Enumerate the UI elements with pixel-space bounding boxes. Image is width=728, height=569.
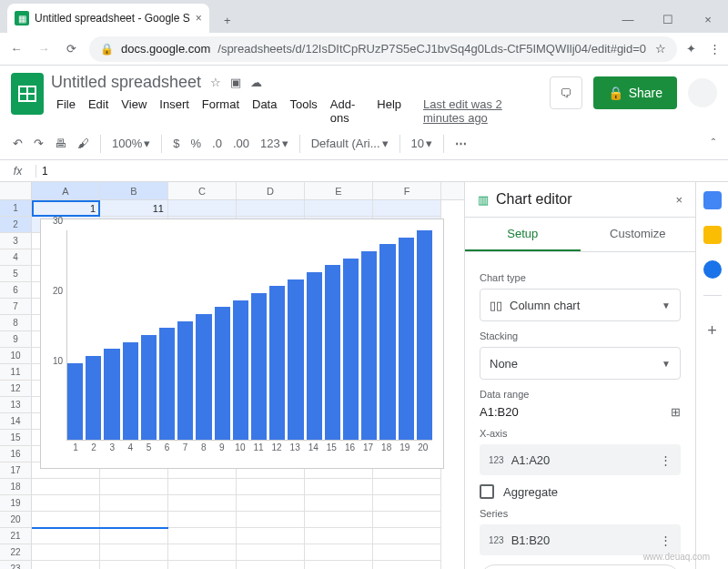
cell[interactable] <box>305 479 373 495</box>
cell[interactable] <box>237 561 305 569</box>
cell[interactable] <box>32 512 100 528</box>
new-tab-button[interactable]: + <box>215 7 240 33</box>
cell[interactable]: 1 <box>32 200 100 217</box>
cell[interactable] <box>168 200 237 217</box>
embedded-chart[interactable]: 102030 1234567891011121314151617181920 <box>40 218 444 469</box>
cell[interactable] <box>100 544 168 561</box>
tab-setup[interactable]: Setup <box>465 218 581 251</box>
decimal-dec-icon[interactable]: .0 <box>208 133 226 154</box>
number-format-select[interactable]: 123▾ <box>257 133 292 154</box>
menu-insert[interactable]: Insert <box>154 95 195 127</box>
cell[interactable] <box>305 495 373 512</box>
toolbar-more-icon[interactable]: ⋯ <box>451 133 472 154</box>
cell[interactable] <box>168 561 237 569</box>
menu-file[interactable]: File <box>51 95 81 127</box>
cloud-status-icon[interactable]: ☁ <box>250 76 262 89</box>
cell[interactable]: 11 <box>100 200 168 217</box>
cell[interactable] <box>168 512 237 528</box>
cell[interactable] <box>168 544 237 561</box>
percent-icon[interactable]: % <box>187 133 205 154</box>
row-header[interactable]: 1 <box>0 200 32 217</box>
redo-icon[interactable]: ↷ <box>30 133 47 154</box>
row-header[interactable]: 16 <box>0 446 32 462</box>
cell[interactable] <box>168 528 237 544</box>
cell[interactable] <box>32 544 100 561</box>
doc-title[interactable]: Untitled spreadsheet <box>51 73 201 92</box>
row-header[interactable]: 14 <box>0 413 32 430</box>
cell[interactable] <box>100 512 168 528</box>
select-all-corner[interactable] <box>0 182 32 199</box>
row-header[interactable]: 10 <box>0 348 32 364</box>
menu-format[interactable]: Format <box>197 95 245 127</box>
row-header[interactable]: 12 <box>0 381 32 397</box>
col-header-d[interactable]: D <box>237 182 305 199</box>
sheets-logo-icon[interactable] <box>11 73 44 115</box>
comments-button[interactable]: 🗨 <box>550 76 582 109</box>
select-range-icon[interactable]: ⊞ <box>671 405 681 419</box>
row-header[interactable]: 22 <box>0 544 32 561</box>
cell[interactable] <box>305 200 373 217</box>
cell[interactable] <box>32 479 100 495</box>
col-header-c[interactable]: C <box>168 182 237 199</box>
row-header[interactable]: 19 <box>0 495 32 512</box>
add-addon-icon[interactable]: + <box>707 321 717 340</box>
row-header[interactable]: 9 <box>0 331 32 348</box>
row-header[interactable]: 8 <box>0 315 32 331</box>
cell[interactable] <box>100 495 168 512</box>
fontsize-select[interactable]: 10 ▾ <box>408 133 436 154</box>
cell[interactable] <box>32 528 100 544</box>
back-icon[interactable]: ← <box>7 42 25 56</box>
cell[interactable] <box>237 495 305 512</box>
zoom-select[interactable]: 100% ▾ <box>108 133 154 154</box>
calendar-icon[interactable] <box>703 191 722 209</box>
menu-data[interactable]: Data <box>247 95 282 127</box>
maximize-icon[interactable]: ☐ <box>648 5 688 33</box>
browser-tab[interactable]: ▦ Untitled spreadsheet - Google S × <box>7 4 209 33</box>
star-icon[interactable]: ☆ <box>655 42 666 56</box>
cell[interactable] <box>237 512 305 528</box>
cell[interactable] <box>373 479 441 495</box>
row-header[interactable]: 11 <box>0 364 32 381</box>
minimize-icon[interactable]: — <box>608 5 648 33</box>
tasks-icon[interactable] <box>703 260 722 279</box>
extensions-icon[interactable]: ✦ <box>686 42 696 56</box>
share-button[interactable]: 🔒 Share <box>593 76 677 109</box>
close-window-icon[interactable]: × <box>688 5 728 33</box>
row-header[interactable]: 6 <box>0 282 32 299</box>
row-header[interactable]: 2 <box>0 217 32 233</box>
col-header-b[interactable]: B <box>100 182 168 199</box>
decimal-inc-icon[interactable]: .00 <box>229 133 253 154</box>
row-header[interactable]: 23 <box>0 561 32 569</box>
menu-addons[interactable]: Add-ons <box>325 95 369 127</box>
close-tab-icon[interactable]: × <box>196 12 202 25</box>
col-header-e[interactable]: E <box>305 182 373 199</box>
cell[interactable] <box>373 561 441 569</box>
cell[interactable] <box>305 528 373 544</box>
close-editor-icon[interactable]: × <box>675 193 682 207</box>
row-header[interactable]: 7 <box>0 299 32 315</box>
reload-icon[interactable]: ⟳ <box>62 42 80 56</box>
cell[interactable] <box>100 528 168 544</box>
cell[interactable] <box>305 544 373 561</box>
paint-format-icon[interactable]: 🖌 <box>74 133 93 154</box>
col-header-a[interactable]: A <box>32 182 100 199</box>
cell[interactable] <box>237 200 305 217</box>
move-icon[interactable]: ▣ <box>230 76 241 89</box>
cell[interactable] <box>32 561 100 569</box>
xaxis-chip[interactable]: 123 A1:A20 ⋮ <box>480 444 681 475</box>
row-header[interactable]: 3 <box>0 233 32 249</box>
menu-view[interactable]: View <box>116 95 152 127</box>
cell[interactable] <box>100 561 168 569</box>
xaxis-menu-icon[interactable]: ⋮ <box>660 453 672 467</box>
spreadsheet-grid[interactable]: A B C D E F 1111221234567891011121314151… <box>0 182 464 569</box>
last-edit-link[interactable]: Last edit was 2 minutes ago <box>418 95 542 127</box>
account-avatar[interactable] <box>688 78 717 107</box>
cell[interactable] <box>168 479 237 495</box>
data-range-value[interactable]: A1:B20 <box>480 405 663 419</box>
col-header-f[interactable]: F <box>373 182 441 199</box>
keep-icon[interactable] <box>703 226 722 244</box>
tab-customize[interactable]: Customize <box>581 218 696 251</box>
aggregate-checkbox[interactable]: Aggregate <box>480 484 681 499</box>
row-header[interactable]: 17 <box>0 462 32 479</box>
star-doc-icon[interactable]: ☆ <box>210 76 221 89</box>
